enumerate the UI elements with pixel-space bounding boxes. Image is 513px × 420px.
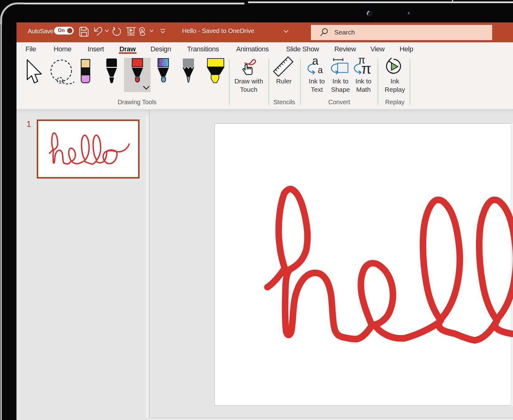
svg-text:π: π	[361, 60, 371, 77]
svg-text:a: a	[318, 65, 323, 75]
